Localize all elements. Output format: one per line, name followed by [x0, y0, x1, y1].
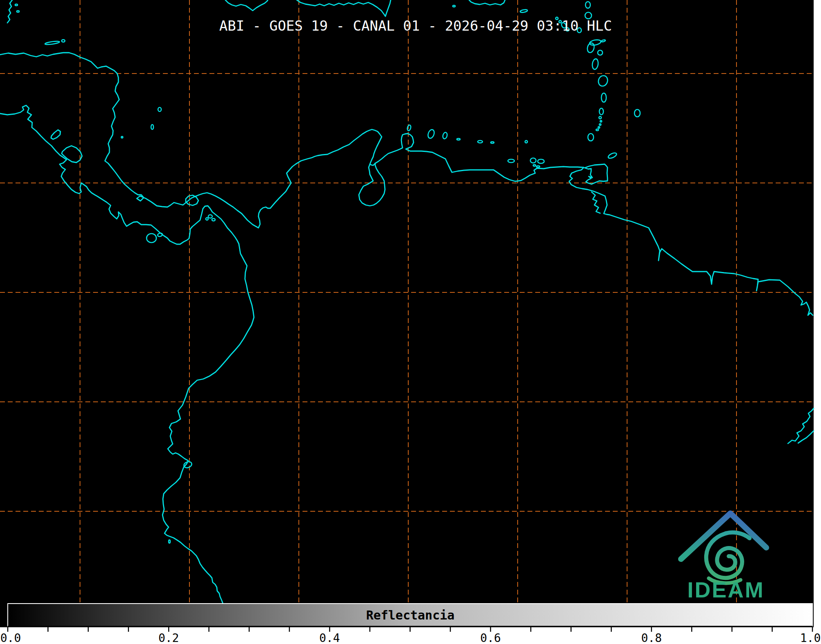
colorbar-tick-label: 0.0	[0, 631, 21, 644]
colorbar-tick-label: 1.0	[800, 631, 821, 644]
colorbar-tick-label: 0.8	[641, 631, 662, 644]
colorbar-label: Reflectancia	[366, 608, 455, 622]
colorbar-tick-label: 0.4	[319, 631, 340, 644]
map-background	[0, 0, 821, 627]
colorbar-ticks	[8, 626, 812, 632]
no-data-strip	[814, 0, 821, 627]
colorbar-tick-label: 0.6	[480, 631, 501, 644]
colorbar-tick-label: 0.2	[158, 631, 179, 644]
image-title: ABI - GOES 19 - CANAL 01 - 2026-04-29 03…	[219, 18, 612, 34]
satellite-image-scene: ABI - GOES 19 - CANAL 01 - 2026-04-29 03…	[0, 0, 821, 644]
ideam-logo-text: IDEAM	[688, 577, 765, 602]
